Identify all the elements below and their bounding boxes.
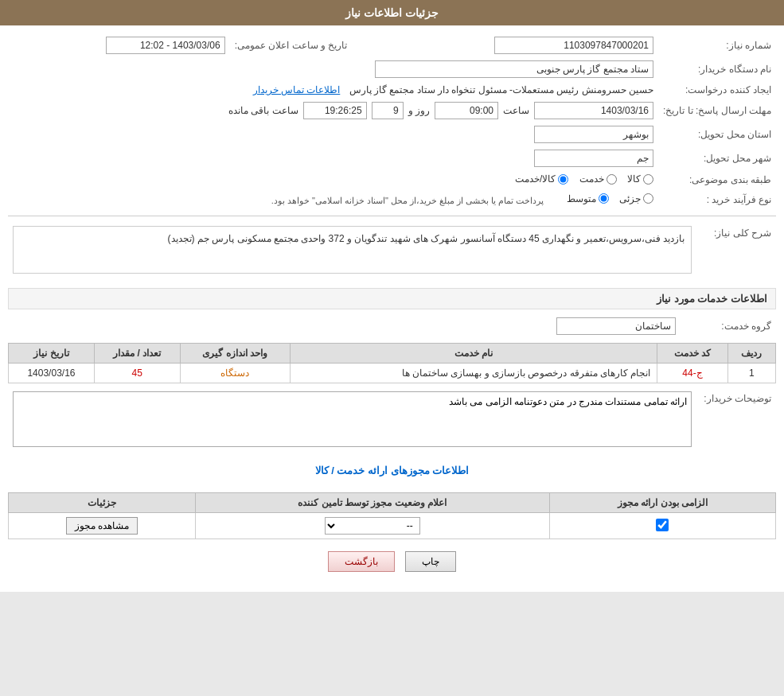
nam-dastgah-label: نام دستگاه خریدار: (658, 57, 776, 81)
tarikh-saat-label: تاریخ و ساعت اعلان عمومی: (230, 33, 353, 57)
footer-buttons: چاپ بازگشت (8, 539, 776, 584)
radio-khedmat-label: خدمت (579, 173, 604, 185)
col-tedad: تعداد / مقدار (94, 344, 180, 364)
gorooh-input (556, 317, 676, 335)
sharh-value: بازدید فنی،سرویس،تعمیر و نگهداری 45 دستگ… (8, 223, 696, 282)
sharh-section: شرح کلی نیاز: بازدید فنی،سرویس،تعمیر و ن… (8, 223, 776, 282)
radio-kala-khedmat-input[interactable] (558, 174, 568, 185)
saat-mande-label: ساعت باقی مانده (228, 105, 298, 116)
radio-kala-input[interactable] (643, 174, 653, 185)
permissions-link[interactable]: اطلاعات مجوزهای ارائه خدمت / کالا (8, 461, 776, 480)
mohlet-row: ساعت روز و ساعت باقی مانده (8, 99, 658, 122)
radio-motavasset-label: متوسط (567, 193, 596, 204)
col-tarikh: تاریخ نیاز (9, 344, 95, 364)
mohlet-date-input (534, 102, 653, 119)
tozihat-table: توضیحات خریدار: (8, 388, 776, 453)
ostan-input (534, 126, 653, 143)
mohlet-label: مهلت ارسال پاسخ: تا تاریخ: (658, 99, 776, 122)
back-button[interactable]: بازگشت (328, 551, 395, 572)
radio-motavasset[interactable]: متوسط (567, 193, 609, 204)
shahr-input (534, 150, 653, 167)
page-title: جزئیات اطلاعات نیاز (345, 6, 439, 19)
col-elzami: الزامی بودن ارائه مجوز (549, 493, 775, 513)
nam-dastgah-value (8, 57, 658, 81)
cell-joziyat: مشاهده مجوز (9, 513, 196, 539)
permissions-row: -- مشاهده مجوز (9, 513, 776, 539)
permissions-table: الزامی بودن ارائه مجوز اعلام وضعیت مجوز … (8, 492, 776, 539)
col-radif: ردیف (727, 344, 775, 364)
ijad-konande-text: حسین حسرومنش رئیس مستعملات- مسئول تنخواه… (349, 84, 653, 95)
gorooh-value (8, 314, 681, 338)
mohlet-roz-input (372, 102, 404, 119)
ostan-value (8, 122, 658, 146)
ettelaat-section-title: اطلاعات خدمات مورد نیاز (8, 288, 776, 309)
radio-jozi[interactable]: جزئی (619, 193, 653, 204)
radio-kala-khedmat-label: کالا/خدمت (515, 173, 556, 185)
shahr-value (8, 146, 658, 170)
mohlet-time-input (303, 102, 367, 119)
ijad-konande-value: حسین حسرومنش رئیس مستعملات- مسئول تنخواه… (8, 81, 658, 99)
info-table: شماره نیاز: تاریخ و ساعت اعلان عمومی: نا… (8, 33, 776, 209)
radio-khedmat[interactable]: خدمت (579, 173, 617, 185)
now-farayand-row: جزئی متوسط پرداخت تمام یا بخشی از مبلغ خ… (8, 190, 658, 210)
radio-jozi-label: جزئی (619, 193, 641, 204)
cell-tarikh: 1403/03/16 (9, 364, 95, 383)
print-button[interactable]: چاپ (405, 551, 456, 572)
page-header: جزئیات اطلاعات نیاز (0, 0, 784, 25)
tozihat-value (8, 388, 696, 453)
col-elam: اعلام وضعیت مجوز توسط تامین کننده (195, 493, 549, 513)
sharh-table: شرح کلی نیاز: بازدید فنی،سرویس،تعمیر و ن… (8, 223, 776, 282)
cell-elzami (549, 513, 775, 539)
nam-dastgah-input (375, 60, 653, 78)
elzami-checkbox[interactable] (656, 519, 669, 531)
cell-elam: -- (195, 513, 549, 539)
col-code: کد خدمت (657, 344, 728, 364)
divider-1 (8, 216, 776, 216)
cell-vahed: دستگاه (180, 364, 290, 383)
tarikh-saat-input (106, 37, 225, 54)
tozihat-textarea (13, 391, 692, 447)
now-farayand-label: نوع فرآیند خرید : (658, 190, 776, 210)
permissions-table-wrapper: الزامی بودن ارائه مجوز اعلام وضعیت مجوز … (8, 492, 776, 539)
ettelaat-tamas-link[interactable]: اطلاعات تماس خریدار (253, 84, 341, 95)
sharh-text: بازدید فنی،سرویس،تعمیر و نگهداری 45 دستگ… (168, 233, 685, 244)
cell-code: ج-44 (657, 364, 728, 383)
tozihat-label: توضیحات خریدار: (696, 388, 776, 453)
sharh-box: بازدید فنی،سرویس،تعمیر و نگهداری 45 دستگ… (13, 226, 692, 274)
mohlet-saat-input (435, 102, 498, 119)
tarige-label: طبقه بندی موضوعی: (658, 170, 776, 190)
tarikh-saat-value (8, 33, 230, 57)
radio-kala-khedmat[interactable]: کالا/خدمت (515, 173, 568, 185)
page-wrapper: جزئیات اطلاعات نیاز شماره نیاز: تاریخ و … (0, 0, 784, 592)
ijad-konande-label: ایجاد کننده درخواست: (658, 81, 776, 99)
cell-tedad: 45 (94, 364, 180, 383)
shomara-niaz-value (368, 33, 658, 57)
radio-kala-label: کالا (627, 173, 641, 185)
radio-khedmat-input[interactable] (607, 174, 617, 185)
cell-radif: 1 (727, 364, 775, 383)
saat-label: ساعت (503, 105, 529, 116)
services-table: ردیف کد خدمت نام خدمت واحد اندازه گیری ت… (8, 343, 776, 383)
shahr-label: شهر محل تحویل: (658, 146, 776, 170)
shomara-niaz-label: شماره نیاز: (658, 33, 776, 57)
elam-select[interactable]: -- (325, 517, 420, 535)
col-name: نام خدمت (290, 344, 657, 364)
permissions-section: اطلاعات مجوزهای ارائه خدمت / کالا الزامی… (8, 461, 776, 539)
shomara-niaz-input (494, 37, 653, 54)
main-content: شماره نیاز: تاریخ و ساعت اعلان عمومی: نا… (0, 25, 784, 592)
radio-motavasset-input[interactable] (599, 193, 609, 204)
ostan-label: استان محل تحویل: (658, 122, 776, 146)
view-mojoz-button[interactable]: مشاهده مجوز (66, 517, 138, 535)
now-farayand-note: پرداخت تمام یا بخشی از مبلغ خرید،از محل … (271, 196, 544, 205)
radio-kala[interactable]: کالا (627, 173, 653, 185)
gorooh-label: گروه خدمت: (681, 314, 776, 338)
col-vahed: واحد اندازه گیری (180, 344, 290, 364)
tarige-options: کالا خدمت کالا/خدمت (8, 170, 658, 190)
cell-name: انجام کارهای متفرقه درخصوص بازسازی و بهس… (290, 364, 657, 383)
gorooh-table: گروه خدمت: (8, 314, 776, 338)
sharh-label: شرح کلی نیاز: (696, 223, 776, 282)
table-row: 1 ج-44 انجام کارهای متفرقه درخصوص بازساز… (9, 364, 776, 383)
roz-label: روز و (408, 105, 430, 116)
col-joziyat: جزئیات (9, 493, 196, 513)
radio-jozi-input[interactable] (643, 193, 653, 204)
